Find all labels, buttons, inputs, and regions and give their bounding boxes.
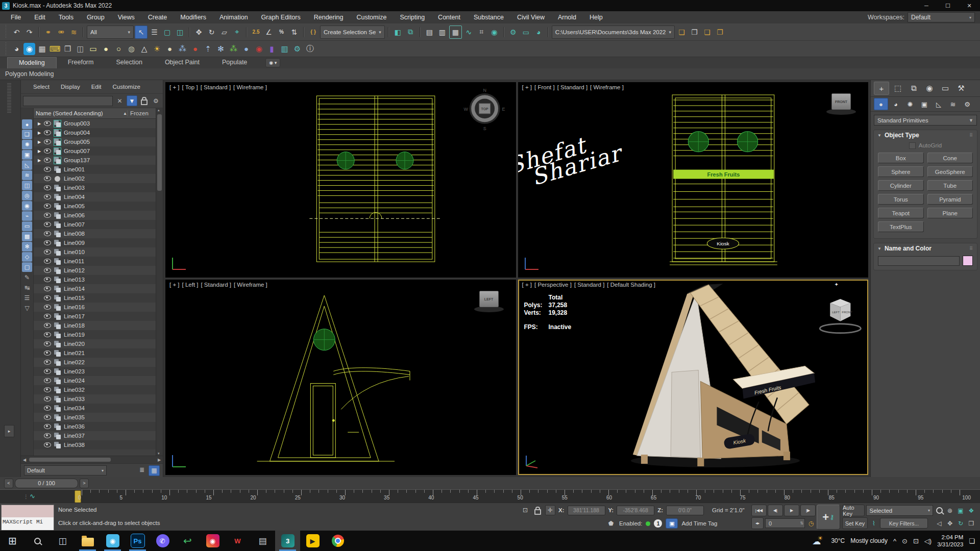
camera-icon[interactable]: ◫	[75, 43, 86, 55]
wps-office-button[interactable]: W	[225, 531, 250, 551]
expand-arrow-icon[interactable]	[37, 140, 42, 144]
visibility-eye-icon[interactable]	[44, 305, 51, 310]
primitive-button[interactable]: Box	[878, 153, 924, 163]
menu-item[interactable]: Graph Editors	[255, 11, 307, 23]
explorer-menu-icon[interactable]: ☰	[22, 293, 32, 303]
viewport-label-segment[interactable]: [ + ]	[522, 84, 532, 90]
visibility-eye-icon[interactable]	[44, 442, 51, 447]
menu-item[interactable]: Create	[141, 11, 174, 23]
system-clock[interactable]: 2:04 PM 3/31/2023	[937, 534, 963, 548]
select-object-icon[interactable]: ↖	[135, 26, 148, 39]
viewport-front[interactable]: Fresh Fruits Kiosk Shefat Shariar FRONT	[518, 82, 869, 278]
shapes-category-icon[interactable]: ◕	[889, 98, 902, 110]
visibility-eye-icon[interactable]	[44, 249, 51, 255]
scene-explorer-row[interactable]: Line036	[34, 422, 156, 431]
space-warps-category-icon[interactable]: ≋	[946, 98, 960, 110]
angle-snap-icon[interactable]: ∠	[263, 26, 275, 38]
rendered-frame-window-icon[interactable]: ▭	[520, 26, 532, 38]
viewport-label-segment[interactable]: [ Wireframe ]	[590, 84, 624, 90]
percent-snap-icon[interactable]: %	[276, 26, 287, 38]
select-and-link-icon[interactable]: ⚭	[42, 26, 54, 38]
display-objects-filter-icon[interactable]: ▩	[22, 232, 32, 241]
add-time-tag[interactable]: Add Time Tag	[681, 520, 717, 527]
visibility-eye-icon[interactable]	[44, 185, 51, 190]
window-crossing-icon[interactable]: ◫	[174, 26, 186, 38]
select-and-scale-icon[interactable]: ▱	[218, 26, 230, 38]
primitive-button[interactable]: TextPlus	[878, 221, 924, 232]
visibility-eye-icon[interactable]	[44, 268, 51, 273]
active-layer-dropdown[interactable]: Default ▾	[24, 465, 107, 475]
display-containers-filter-icon[interactable]: ▭	[22, 221, 32, 231]
dock-expand-button[interactable]: ▸	[4, 425, 14, 437]
workspace-dropdown[interactable]: Default ▾	[908, 12, 975, 22]
key-clock-icon[interactable]: ◷	[806, 519, 816, 528]
scene-explorer-row[interactable]: Group004	[34, 128, 156, 137]
scene-explorer-row[interactable]: Line021	[34, 348, 156, 358]
maximize-button[interactable]: ☐	[937, 0, 959, 11]
pan-icon[interactable]: ✥	[945, 519, 954, 528]
undo-icon[interactable]: ↶	[11, 26, 22, 38]
scene-explorer-row[interactable]: Line005	[34, 202, 156, 211]
expand-arrow-icon[interactable]	[37, 121, 42, 126]
player-button[interactable]: ▶ ▶	[300, 531, 325, 551]
pin-explorer-icon[interactable]: ✎	[22, 272, 32, 282]
scene-explorer-row[interactable]: Line034	[34, 404, 156, 413]
primitive-button[interactable]: Cylinder	[878, 180, 924, 191]
menu-item[interactable]: Help	[583, 11, 609, 23]
selection-lock-icon[interactable]	[533, 506, 542, 515]
menu-item[interactable]: Content	[431, 11, 467, 23]
explorer-search-input[interactable]	[23, 96, 113, 106]
frame-spinner-icon[interactable]: ◂▸	[751, 517, 764, 529]
viewport-label-segment[interactable]: [ Standard ]	[201, 282, 231, 288]
viber-button[interactable]: ✆ ✆	[150, 531, 175, 551]
scene-explorer-row[interactable]: Line037	[34, 431, 156, 440]
menu-item[interactable]: Customize	[350, 11, 393, 23]
maxscript-mini-listener[interactable]: MAXScript Mi	[1, 505, 54, 530]
redo-icon[interactable]: ↷	[23, 26, 35, 38]
red-balls-icon[interactable]: ◉	[253, 43, 265, 55]
chrome-button[interactable]	[325, 531, 350, 551]
next-frame-button[interactable]: |▶	[800, 505, 816, 516]
explorer-horizontal-scrollbar[interactable]: ◀▶	[21, 456, 163, 463]
camera-settings-icon[interactable]: ⚙	[291, 43, 303, 55]
play-button[interactable]: ▶	[784, 505, 799, 516]
menu-item[interactable]: Group	[80, 11, 111, 23]
systems-category-icon[interactable]: ⚙	[961, 98, 974, 110]
scene-explorer-row[interactable]: Line015	[34, 293, 156, 303]
close-button[interactable]: ✕	[959, 0, 980, 11]
object-type-rollout-header[interactable]: ▼ Object Type ⠿	[874, 130, 977, 140]
visibility-eye-icon[interactable]	[44, 194, 51, 199]
visibility-eye-icon[interactable]	[44, 139, 51, 144]
visibility-eye-icon[interactable]	[44, 148, 51, 154]
time-tag-cube-icon[interactable]: ▣	[666, 518, 678, 529]
visibility-eye-icon[interactable]	[44, 369, 51, 374]
viewport-label-segment[interactable]: [ Standard ]	[574, 282, 604, 288]
view-cube[interactable]: LEFT FRONT	[820, 299, 861, 333]
particles-icon[interactable]: ⁂	[177, 43, 188, 55]
set-project-folder-icon[interactable]: ❐	[689, 26, 700, 38]
temperature[interactable]: 30°C	[831, 537, 845, 544]
modify-tab-icon[interactable]: ⬚	[891, 82, 905, 94]
scene-explorer-row[interactable]: Line032	[34, 385, 156, 394]
visibility-eye-icon[interactable]	[44, 424, 51, 429]
notification-center-icon[interactable]: ❏	[969, 537, 975, 545]
left-view-gizmo[interactable]: LEFT	[479, 291, 499, 307]
previous-frame-spinner[interactable]: <	[4, 479, 13, 488]
visibility-eye-icon[interactable]	[44, 350, 51, 356]
visibility-eye-icon[interactable]	[44, 231, 51, 236]
time-slider-track[interactable]: ∿ 05101520253035404550556065707580859095…	[0, 489, 980, 503]
absolute-offset-toggle-icon[interactable]: ✛	[545, 505, 555, 515]
display-bones-filter-icon[interactable]: ⌁	[22, 211, 32, 221]
rect-light-icon[interactable]: ▭	[87, 43, 99, 55]
scene-explorer-row[interactable]: Line002	[34, 174, 156, 183]
explorer-menu-item[interactable]: Select	[28, 84, 55, 90]
explorer-settings-icon[interactable]: ⚙	[151, 96, 161, 106]
tab-selection[interactable]: Selection	[105, 57, 153, 68]
isolate-selection-icon[interactable]: ⊡	[521, 506, 530, 515]
oval-light-icon[interactable]: ●	[100, 43, 112, 55]
viewport-perspective[interactable]: Fresh Fruits Kiosk LEFT	[518, 280, 869, 475]
scene-explorer-row[interactable]: Group005	[34, 137, 156, 146]
browser-app-icon[interactable]: ◉	[23, 43, 35, 55]
snowflake-icon[interactable]: ✻	[215, 43, 227, 55]
x-coordinate-field[interactable]: 381'11.188	[568, 506, 605, 515]
